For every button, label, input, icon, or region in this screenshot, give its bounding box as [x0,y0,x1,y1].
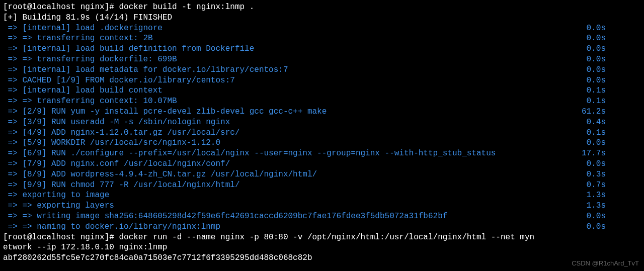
build-step: => exporting to image1.3s [3,190,641,201]
build-step: => [internal] load metadata for docker.i… [3,65,641,75]
step-timing: 0.0s [587,44,641,54]
build-step: => [2/9] RUN yum -y install pcre-devel z… [3,107,641,117]
prompt-line-1[interactable]: [root@localhost nginx]# docker build -t … [3,2,641,13]
build-header: [+] Building 81.9s (14/14) FINISHED [3,13,641,23]
build-steps: => [internal] load .dockerignore0.0s => … [3,23,641,232]
step-timing: 0.0s [587,65,641,75]
step-timing: 0.1s [587,96,641,107]
step-timing: 0.0s [587,159,641,169]
step-timing: 0.0s [587,33,641,44]
container-hash-output: abf280262d55fc5e7c270fc84ca0a71503e7c771… [3,253,641,263]
step-text: => => writing image sha256:648605298d42f… [3,211,587,222]
build-step: => [8/9] ADD wordpress-4.9.4-zh_CN.tar.g… [3,169,641,180]
build-step: => [7/9] ADD nginx.conf /usr/local/nginx… [3,159,641,169]
build-step: => => transferring context: 10.07MB0.1s [3,96,641,107]
step-text: => CACHED [1/9] FROM docker.io/library/c… [3,75,587,86]
step-text: => [6/9] RUN ./configure --prefix=/usr/l… [3,148,582,159]
step-text: => [internal] load .dockerignore [3,23,587,34]
step-timing: 0.3s [587,169,641,180]
command-continuation: etwork --ip 172.18.0.10 nginx:lnmp [3,242,641,253]
step-text: => => exporting layers [3,201,587,211]
build-step: => => transferring dockerfile: 699B0.0s [3,54,641,65]
shell-prompt: [root@localhost nginx]# [3,3,119,12]
step-timing: 0.1s [587,85,641,96]
build-step: => [internal] load build definition from… [3,44,641,54]
step-timing: 17.7s [582,148,641,159]
step-text: => [internal] load build definition from… [3,44,587,54]
build-step: => [internal] load build context0.1s [3,85,641,96]
step-text: => [7/9] ADD nginx.conf /usr/local/nginx… [3,159,587,169]
step-text: => => transferring context: 10.07MB [3,96,587,107]
build-step: => CACHED [1/9] FROM docker.io/library/c… [3,75,641,86]
step-timing: 1.3s [587,201,641,211]
prompt-line-2[interactable]: [root@localhost nginx]# docker run -d --… [3,232,641,243]
step-timing: 0.0s [587,23,641,34]
step-text: => => transferring dockerfile: 699B [3,54,587,65]
build-step: => [internal] load .dockerignore0.0s [3,23,641,34]
step-timing: 0.7s [587,180,641,191]
step-text: => [internal] load build context [3,85,587,96]
step-timing: 1.3s [587,190,641,201]
build-step: => => exporting layers1.3s [3,201,641,211]
build-step: => [6/9] RUN ./configure --prefix=/usr/l… [3,148,641,159]
step-text: => [5/9] WORKDIR /usr/local/src/nginx-1.… [3,138,587,148]
build-step: => => transferring context: 2B0.0s [3,33,641,44]
step-text: => [4/9] ADD nginx-1.12.0.tar.gz /usr/lo… [3,128,587,138]
build-step: => [5/9] WORKDIR /usr/local/src/nginx-1.… [3,138,641,148]
build-step: => => writing image sha256:648605298d42f… [3,211,641,222]
step-timing: 0.0s [587,211,641,222]
step-timing: 0.0s [587,138,641,148]
step-timing: 0.1s [587,128,641,138]
step-timing: 0.0s [587,75,641,86]
step-timing: 0.4s [587,117,641,128]
step-text: => [3/9] RUN useradd -M -s /sbin/nologin… [3,117,587,128]
step-timing: 61.2s [582,107,641,117]
build-step: => [4/9] ADD nginx-1.12.0.tar.gz /usr/lo… [3,128,641,138]
step-text: => exporting to image [3,190,587,201]
step-text: => [8/9] ADD wordpress-4.9.4-zh_CN.tar.g… [3,169,587,180]
shell-prompt: [root@localhost nginx]# [3,233,119,242]
step-text: => [2/9] RUN yum -y install pcre-devel z… [3,107,582,117]
step-timing: 0.0s [587,54,641,65]
build-step: => [3/9] RUN useradd -M -s /sbin/nologin… [3,117,641,128]
step-text: => => naming to docker.io/library/nginx:… [3,222,587,232]
step-text: => [9/9] RUN chmod 777 -R /usr/local/ngi… [3,180,587,191]
build-step: => [9/9] RUN chmod 777 -R /usr/local/ngi… [3,180,641,191]
command-text: docker build -t nginx:lnmp . [119,3,254,12]
build-step: => => naming to docker.io/library/nginx:… [3,222,641,232]
watermark: CSDN @R1chArd_TvT [572,259,639,268]
command-text: docker run -d --name nginx -p 80:80 -v /… [119,233,534,242]
step-text: => [internal] load metadata for docker.i… [3,65,587,75]
step-text: => => transferring context: 2B [3,33,587,44]
step-timing: 0.0s [587,222,641,232]
